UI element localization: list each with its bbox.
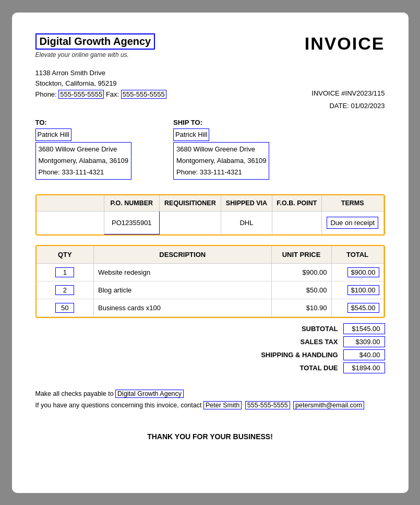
item-total: $100.00 — [331, 281, 383, 299]
bill-to-name: Patrick Hill — [35, 128, 71, 141]
thank-you: THANK YOU FOR YOUR BUSINESS! — [35, 432, 385, 441]
footer-notes: Make all checks payable to Digital Growt… — [35, 388, 385, 412]
bill-to-phone: Phone: 333-111-4321 — [39, 167, 128, 178]
totals-section: SUBTOTAL $1545.00 SALES TAX $309.00 SHIP… — [35, 323, 385, 375]
item-qty: 1 — [37, 263, 94, 281]
ship-to-addr1: 3680 Willow Greene Drive — [176, 144, 266, 155]
contact-name: Peter Smith — [203, 401, 242, 409]
items-table: QTY DESCRIPTION UNIT PRICE TOTAL 1 Websi… — [37, 246, 384, 317]
item-unit-price: $50.00 — [271, 281, 331, 299]
qty-box: 50 — [55, 303, 74, 313]
items-col-total: TOTAL — [331, 246, 383, 264]
contact-prefix: If you have any questions concerning thi… — [35, 402, 202, 409]
po-table: P.O. NUMBER REQUISITIONER SHIPPED VIA F.… — [37, 195, 384, 234]
terms-inner: Due on receipt — [327, 217, 378, 229]
items-header-row: QTY DESCRIPTION UNIT PRICE TOTAL — [37, 246, 384, 264]
payable-prefix: Make all checks payable to — [35, 390, 114, 397]
items-col-desc: DESCRIPTION — [94, 246, 272, 264]
billing-section: TO: Patrick Hill 3680 Willow Greene Driv… — [35, 117, 385, 180]
ship-to-address: 3680 Willow Greene Drive Montgomery, Ala… — [173, 142, 269, 180]
po-col-requisitioner: REQUISITIONER — [159, 195, 221, 212]
item-total: $545.00 — [331, 299, 383, 316]
invoice-page: Digital Growth Agency Elevate your onlin… — [12, 13, 409, 493]
ship-to-name: Patrick Hill — [173, 128, 209, 141]
company-address-line2: Stockton, California, 95219 — [35, 78, 166, 89]
items-col-price: UNIT PRICE — [271, 246, 331, 264]
po-col-fob: F.O.B. POINT — [272, 195, 321, 212]
tax-row: SALES TAX $309.00 — [234, 336, 385, 347]
payable-line: Make all checks payable to Digital Growt… — [35, 388, 385, 400]
company-address: 1138 Arron Smith Drive Stockton, Califor… — [35, 68, 166, 100]
ship-to-addr2: Montgomery, Alabama, 36109 — [176, 155, 266, 167]
table-row: 2 Blog article $50.00 $100.00 — [37, 281, 384, 299]
contact-phone: 555-555-5555 — [245, 401, 290, 409]
item-unit-price: $900.00 — [271, 263, 331, 281]
table-row: 50 Business cards x100 $10.90 $545.00 — [37, 299, 384, 316]
item-total-box: $545.00 — [347, 303, 379, 313]
shipping-row: SHIPPING & HANDLING $40.00 — [234, 349, 385, 360]
item-qty: 50 — [37, 299, 94, 316]
total-due-value: $1894.00 — [343, 362, 385, 373]
tax-label: SALES TAX — [234, 338, 338, 346]
po-col-terms: TERMS — [321, 195, 383, 212]
bill-to-label: TO: — [35, 117, 131, 128]
item-description: Business cards x100 — [94, 299, 272, 316]
subtotal-row: SUBTOTAL $1545.00 — [234, 323, 385, 334]
po-data-row: PO12355901 DHL Due on receipt — [37, 212, 384, 234]
company-info: Digital Growth Agency Elevate your onlin… — [35, 33, 155, 58]
ship-to: SHIP TO: Patrick Hill 3680 Willow Greene… — [173, 117, 269, 180]
company-name: Digital Growth Agency — [35, 33, 155, 50]
address-meta-section: 1138 Arron Smith Drive Stockton, Califor… — [35, 68, 385, 112]
bill-to-addr2: Montgomery, Alabama, 36109 — [39, 155, 128, 167]
item-description: Blog article — [94, 281, 272, 299]
company-address-line1: 1138 Arron Smith Drive — [35, 68, 166, 79]
item-total: $900.00 — [331, 263, 383, 281]
bill-to-addr1: 3680 Willow Greene Drive — [39, 144, 128, 155]
item-total-box: $900.00 — [347, 267, 379, 277]
tax-value: $309.00 — [343, 336, 385, 347]
items-col-qty: QTY — [37, 246, 94, 264]
po-table-wrapper: P.O. NUMBER REQUISITIONER SHIPPED VIA F.… — [35, 194, 385, 236]
invoice-number-row: INVOICE #INV2023/115 — [311, 87, 385, 99]
item-description: Website redesign — [94, 263, 272, 281]
invoice-title: INVOICE — [305, 33, 385, 54]
company-phone: 555-555-5555 — [58, 90, 104, 99]
bill-to-address: 3680 Willow Greene Drive Montgomery, Ala… — [35, 142, 131, 180]
po-shipped-via-value: DHL — [221, 212, 272, 234]
total-due-label: TOTAL DUE — [234, 364, 338, 372]
po-col-number: P.O. NUMBER — [104, 195, 160, 212]
header: Digital Growth Agency Elevate your onlin… — [35, 33, 385, 58]
ship-to-label: SHIP TO: — [173, 117, 269, 128]
contact-line: If you have any questions concerning thi… — [35, 400, 385, 412]
invoice-date-value: 01/02/2023 — [351, 102, 385, 110]
company-fax: 555-555-5555 — [121, 90, 166, 99]
po-col-empty — [37, 195, 104, 212]
invoice-meta: INVOICE #INV2023/115 DATE: 01/02/2023 — [311, 87, 385, 112]
contact-email: petersmith@email.com — [293, 401, 364, 409]
subtotal-label: SUBTOTAL — [234, 325, 338, 333]
payable-to: Digital Growth Agency — [115, 390, 184, 398]
po-terms-value: Due on receipt — [321, 212, 383, 234]
items-table-wrapper: QTY DESCRIPTION UNIT PRICE TOTAL 1 Websi… — [35, 245, 385, 318]
table-row: 1 Website redesign $900.00 $900.00 — [37, 263, 384, 281]
item-total-box: $100.00 — [347, 285, 379, 295]
qty-box: 1 — [55, 267, 74, 277]
qty-box: 2 — [55, 285, 74, 295]
invoice-number-label: INVOICE # — [311, 89, 345, 97]
po-header-row: P.O. NUMBER REQUISITIONER SHIPPED VIA F.… — [37, 195, 384, 212]
ship-to-phone: Phone: 333-111-4321 — [176, 167, 266, 178]
invoice-date-label: DATE: — [329, 102, 349, 110]
po-col-shipped-via: SHIPPED VIA — [221, 195, 272, 212]
shipping-label: SHIPPING & HANDLING — [234, 351, 338, 359]
total-due-row: TOTAL DUE $1894.00 — [234, 362, 385, 373]
po-empty-cell — [37, 212, 104, 234]
item-qty: 2 — [37, 281, 94, 299]
shipping-value: $40.00 — [343, 349, 385, 360]
po-number-value: PO12355901 — [104, 212, 160, 234]
item-unit-price: $10.90 — [271, 299, 331, 316]
subtotal-value: $1545.00 — [343, 323, 385, 334]
company-phone-fax: Phone: 555-555-5555 Fax: 555-555-5555 — [35, 89, 166, 100]
po-fob-value — [272, 212, 321, 234]
bill-to: TO: Patrick Hill 3680 Willow Greene Driv… — [35, 117, 131, 180]
company-tagline: Elevate your online game with us. — [35, 51, 155, 58]
